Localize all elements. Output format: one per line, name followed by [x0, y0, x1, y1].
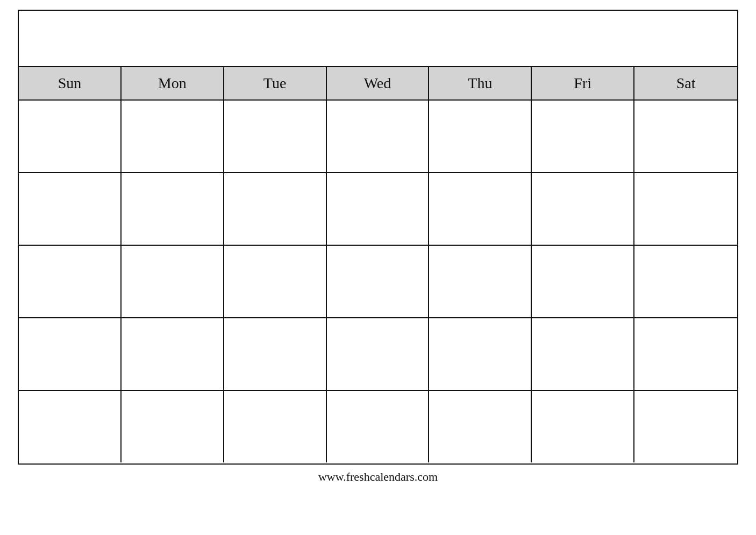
- cell-4-5[interactable]: [429, 318, 532, 390]
- cell-5-2[interactable]: [122, 391, 224, 462]
- cell-3-6[interactable]: [532, 246, 634, 317]
- calendar-row-5: [19, 391, 737, 463]
- cell-5-4[interactable]: [327, 391, 430, 462]
- cell-3-5[interactable]: [429, 246, 532, 317]
- header-sat: Sat: [634, 67, 737, 99]
- calendar-row-4: [19, 318, 737, 391]
- cell-2-6[interactable]: [532, 173, 634, 245]
- cell-2-4[interactable]: [327, 173, 430, 245]
- cell-1-3[interactable]: [224, 101, 327, 172]
- header-tue: Tue: [224, 67, 327, 99]
- header-thu: Thu: [429, 67, 532, 99]
- header-mon: Mon: [122, 67, 224, 99]
- calendar-body: [19, 101, 737, 463]
- cell-3-1[interactable]: [19, 246, 122, 317]
- cell-2-3[interactable]: [224, 173, 327, 245]
- cell-2-5[interactable]: [429, 173, 532, 245]
- cell-1-1[interactable]: [19, 101, 122, 172]
- cell-1-7[interactable]: [634, 101, 737, 172]
- cell-5-5[interactable]: [429, 391, 532, 462]
- footer-url: www.freshcalendars.com: [318, 470, 438, 484]
- calendar: Sun Mon Tue Wed Thu Fri Sat: [18, 10, 738, 465]
- calendar-row-1: [19, 101, 737, 173]
- cell-1-6[interactable]: [532, 101, 634, 172]
- cell-3-2[interactable]: [122, 246, 224, 317]
- cell-1-2[interactable]: [122, 101, 224, 172]
- cell-4-3[interactable]: [224, 318, 327, 390]
- cell-3-3[interactable]: [224, 246, 327, 317]
- cell-3-4[interactable]: [327, 246, 430, 317]
- cell-5-7[interactable]: [634, 391, 737, 462]
- cell-5-1[interactable]: [19, 391, 122, 462]
- cell-5-6[interactable]: [532, 391, 634, 462]
- calendar-row-2: [19, 173, 737, 246]
- cell-2-1[interactable]: [19, 173, 122, 245]
- cell-2-7[interactable]: [634, 173, 737, 245]
- cell-4-7[interactable]: [634, 318, 737, 390]
- cell-1-5[interactable]: [429, 101, 532, 172]
- header-wed: Wed: [327, 67, 430, 99]
- header-fri: Fri: [532, 67, 634, 99]
- cell-4-4[interactable]: [327, 318, 430, 390]
- calendar-title-area: [19, 11, 737, 67]
- calendar-header: Sun Mon Tue Wed Thu Fri Sat: [19, 67, 737, 101]
- cell-4-2[interactable]: [122, 318, 224, 390]
- cell-3-7[interactable]: [634, 246, 737, 317]
- cell-2-2[interactable]: [122, 173, 224, 245]
- cell-4-1[interactable]: [19, 318, 122, 390]
- calendar-row-3: [19, 246, 737, 318]
- cell-4-6[interactable]: [532, 318, 634, 390]
- cell-1-4[interactable]: [327, 101, 430, 172]
- header-sun: Sun: [19, 67, 122, 99]
- cell-5-3[interactable]: [224, 391, 327, 462]
